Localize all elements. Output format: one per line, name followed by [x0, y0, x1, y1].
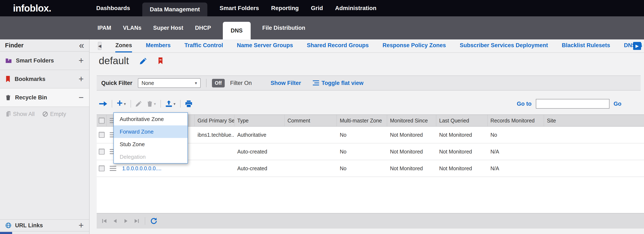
tabs-scroll-left-icon[interactable]: ◀ — [98, 42, 102, 50]
finder-header: Finder « — [0, 39, 89, 52]
collapse-recycle-bin-button[interactable]: − — [78, 93, 84, 102]
sidebar-item-recycle-bin[interactable]: Recycle Bin − — [0, 88, 89, 107]
topnav-administration[interactable]: Administration — [335, 0, 376, 16]
quick-filter-value: None — [142, 80, 154, 86]
sidebar-item-label: Smart Folders — [16, 57, 54, 64]
column-header-records-monitored[interactable]: Records Monitored — [488, 115, 544, 126]
go-into-arrow-icon[interactable] — [99, 101, 107, 107]
sidebar-item-bookmarks[interactable]: Bookmarks + — [0, 70, 89, 88]
toggle-flat-view-link[interactable]: Toggle flat view — [313, 80, 364, 86]
menu-item-forward-zone[interactable]: Forward Zone — [114, 125, 188, 138]
goto-label: Go to — [517, 101, 532, 107]
subnav-dns[interactable]: DNS — [223, 22, 251, 39]
column-header-monitored-since[interactable]: Monitored Since — [387, 115, 436, 126]
cell-grid-primary — [194, 143, 234, 160]
edit-zone-icon[interactable] — [140, 57, 147, 64]
row-checkbox[interactable] — [99, 149, 104, 155]
divider — [160, 100, 161, 107]
add-zone-button[interactable]: + ▾ — [117, 99, 126, 108]
subnav-dhcp[interactable]: DHCP — [195, 25, 211, 31]
go-button[interactable]: Go — [614, 101, 622, 107]
tab-subscriber-services-deployment[interactable]: Subscriber Services Deployment — [460, 39, 548, 52]
smart-folders-icon: * — [6, 58, 12, 63]
goto-input[interactable] — [536, 99, 610, 109]
recycle-empty-link[interactable]: Empty — [42, 111, 66, 118]
recycle-show-all-link[interactable]: Show All — [6, 111, 35, 118]
column-header-last-queried[interactable]: Last Queried — [436, 115, 488, 126]
tab-response-policy-zones[interactable]: Response Policy Zones — [382, 39, 446, 52]
next-page-icon[interactable] — [123, 218, 129, 224]
column-header-comment[interactable]: Comment — [284, 115, 337, 126]
topnav-reporting[interactable]: Reporting — [271, 0, 299, 16]
recycle-bin-icon — [6, 94, 11, 100]
refresh-icon[interactable] — [150, 217, 157, 224]
last-page-icon[interactable] — [134, 218, 140, 224]
quick-filter-select[interactable]: None ▾ — [138, 78, 201, 88]
topnav-smart-folders[interactable]: Smart Folders — [220, 0, 259, 16]
show-filter-link[interactable]: Show Filter — [270, 80, 301, 86]
sidebar-item-smart-folders[interactable]: * Smart Folders + — [0, 52, 89, 70]
column-header-grid-primary[interactable]: Grid Primary Se... — [194, 115, 234, 126]
filter-off-badge[interactable]: Off — [212, 79, 225, 87]
tab-traffic-control[interactable]: Traffic Control — [184, 39, 223, 52]
topnav-grid[interactable]: Grid — [311, 0, 323, 16]
row-checkbox[interactable] — [99, 165, 104, 171]
cell-monitored-since: Not Monitored — [387, 127, 436, 143]
cell-multi-master: No — [337, 160, 387, 177]
subnav-vlans[interactable]: VLANs — [123, 25, 142, 31]
tab-name-server-groups[interactable]: Name Server Groups — [237, 39, 293, 52]
cell-grid-primary — [194, 160, 234, 177]
divider — [130, 100, 131, 107]
add-url-link-button[interactable]: + — [78, 221, 84, 230]
select-all-checkbox[interactable] — [99, 118, 104, 124]
first-page-icon[interactable] — [101, 218, 107, 224]
chevron-down-icon: ▾ — [154, 101, 156, 106]
bookmark-zone-icon[interactable] — [158, 57, 163, 64]
menu-item-authoritative-zone[interactable]: Authoritative Zone — [114, 113, 188, 125]
column-header-multi-master[interactable]: Multi-master Zone — [337, 115, 387, 126]
tabs-scroll-right-icon[interactable]: ▶ — [633, 42, 641, 50]
goto-cluster: Go to Go — [517, 99, 641, 109]
collapse-sidebar-icon[interactable]: « — [79, 41, 84, 50]
column-header-type[interactable]: Type — [234, 115, 284, 126]
subnav-ipam[interactable]: IPAM — [98, 25, 111, 31]
cell-records-monitored: N/A — [488, 160, 544, 177]
flat-view-icon — [313, 80, 319, 86]
recycle-bin-actions: Show All Empty — [0, 107, 89, 121]
subnav-file-distribution[interactable]: File Distribution — [262, 25, 306, 31]
divider — [206, 79, 206, 87]
tab-blacklist-rulesets[interactable]: Blacklist Rulesets — [562, 39, 610, 52]
import-export-button[interactable]: ▾ — [166, 100, 176, 107]
row-checkbox[interactable] — [99, 132, 104, 138]
delete-button-disabled[interactable]: ▾ — [147, 101, 156, 107]
cell-last-queried: Not Monitored — [436, 160, 488, 177]
tab-shared-record-groups[interactable]: Shared Record Groups — [307, 39, 369, 52]
edit-button-disabled[interactable] — [136, 100, 142, 107]
column-header-site[interactable]: Site — [544, 115, 644, 126]
topnav-dashboards[interactable]: Dashboards — [96, 0, 130, 16]
add-smart-folder-button[interactable]: + — [78, 56, 84, 65]
svg-text:*: * — [8, 59, 10, 62]
print-button[interactable] — [185, 100, 192, 107]
cell-records-monitored: N/A — [488, 143, 544, 160]
quick-filter-label: Quick Filter — [101, 80, 132, 86]
previous-page-icon[interactable] — [112, 218, 118, 224]
menu-item-stub-zone[interactable]: Stub Zone — [114, 138, 188, 151]
cell-comment — [284, 127, 337, 143]
quick-filter-bar: Quick Filter None ▾ Off Filter On Show F… — [97, 75, 641, 91]
sidebar-resize-grip[interactable] — [0, 232, 12, 234]
cell-monitored-since: Not Monitored — [387, 160, 436, 177]
cell-records-monitored: No — [488, 127, 544, 143]
topnav-data-management[interactable]: Data Management — [142, 3, 208, 16]
tab-zones[interactable]: Zones — [115, 39, 132, 52]
tab-members[interactable]: Members — [146, 39, 171, 52]
add-bookmark-button[interactable]: + — [78, 75, 84, 83]
divider — [180, 100, 180, 107]
hamburger-icon[interactable] — [110, 166, 116, 171]
zone-toolbar: + ▾ ▾ ▾ Go to Go — [97, 95, 641, 113]
subnav-super-host[interactable]: Super Host — [153, 25, 183, 31]
cell-site — [544, 143, 644, 160]
sidebar-item-url-links[interactable]: URL Links + — [0, 219, 89, 231]
sidebar-item-label: Recycle Bin — [15, 94, 47, 101]
cell-site — [544, 160, 644, 177]
